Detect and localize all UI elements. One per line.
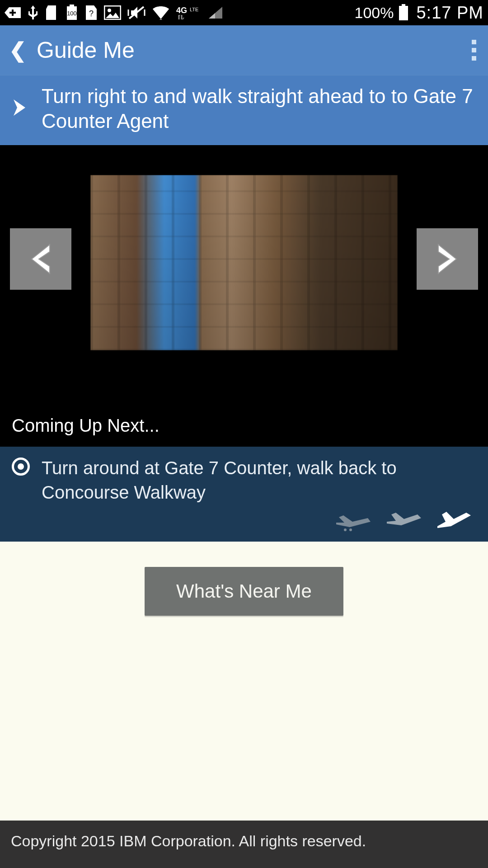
overflow-menu-button[interactable] xyxy=(469,35,479,65)
battery-percent-text: 100% xyxy=(355,4,394,22)
current-instruction-banner: Turn right to and walk straight ahead to… xyxy=(0,75,488,145)
battery-full-icon xyxy=(398,4,409,21)
next-step-radio-icon xyxy=(12,458,30,476)
plane-cruising-icon xyxy=(384,510,425,534)
svg-text:100: 100 xyxy=(67,10,77,17)
next-step-text: Turn around at Gate 7 Counter, walk back… xyxy=(42,456,476,505)
svg-point-14 xyxy=(344,528,347,531)
app-bar: ❮ Guide Me xyxy=(0,25,488,75)
waypoint-photo xyxy=(90,175,398,350)
plane-arriving-icon xyxy=(334,510,375,534)
plane-departing-icon xyxy=(434,510,474,534)
signal-icon xyxy=(208,6,223,19)
sd-card-icon xyxy=(45,5,59,21)
picture-icon xyxy=(104,5,121,20)
status-add-icon xyxy=(5,6,21,19)
svg-point-15 xyxy=(349,528,352,531)
whats-near-me-button[interactable]: What's Near Me xyxy=(145,567,343,616)
overflow-dot-icon xyxy=(472,56,476,61)
back-button[interactable]: ❮ xyxy=(9,38,27,62)
battery-100-icon: 100 xyxy=(65,5,79,21)
network-4g-lte-icon: 4GLTE xyxy=(176,5,202,20)
app-title: Guide Me xyxy=(37,37,135,63)
near-me-section: What's Near Me xyxy=(0,542,488,821)
svg-rect-13 xyxy=(402,4,405,6)
status-clock: 5:17 PM xyxy=(416,3,483,23)
wifi-icon xyxy=(152,5,170,20)
unknown-file-icon: ? xyxy=(85,5,98,21)
carousel-prev-button[interactable] xyxy=(10,228,71,290)
svg-text:?: ? xyxy=(89,9,94,18)
carousel-next-button[interactable] xyxy=(417,228,478,290)
current-instruction-text: Turn right to and walk straight ahead to… xyxy=(42,84,477,133)
status-bar: 100 ? 4GLTE 100% xyxy=(0,0,488,25)
svg-rect-2 xyxy=(70,5,74,6)
plane-icons-row xyxy=(12,510,476,534)
direction-right-icon xyxy=(11,97,31,120)
svg-rect-12 xyxy=(399,6,408,20)
footer-copyright: Copyright 2015 IBM Corporation. All righ… xyxy=(0,821,488,868)
overflow-dot-icon xyxy=(472,48,476,52)
coming-up-heading: Coming Up Next... xyxy=(0,407,488,447)
svg-text:4G: 4G xyxy=(176,6,187,15)
svg-point-6 xyxy=(108,9,111,12)
next-step-panel[interactable]: Turn around at Gate 7 Counter, walk back… xyxy=(0,447,488,542)
vibrate-mute-icon xyxy=(127,5,145,20)
usb-icon xyxy=(27,5,39,21)
overflow-dot-icon xyxy=(472,40,476,44)
photo-carousel xyxy=(0,145,488,407)
svg-text:LTE: LTE xyxy=(190,7,198,12)
